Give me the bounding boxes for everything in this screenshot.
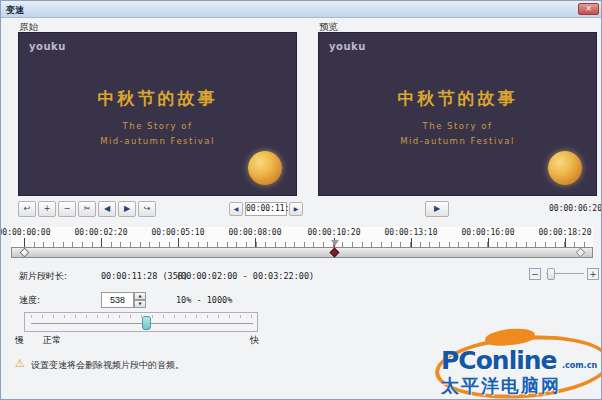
major-tick — [24, 238, 25, 247]
spin-up-icon[interactable]: ▲ — [134, 292, 146, 300]
timeline-ruler[interactable]: 00:00:00:00 00:00:02:20 00:00:05:10 00:0… — [11, 227, 593, 247]
speed-stepper[interactable]: ▲ ▼ — [134, 292, 146, 308]
major-tick — [101, 238, 102, 247]
forward-to-end-button[interactable]: ↪ — [138, 201, 156, 217]
warning-text: 设置变速将会删除视频片段中的音频。 — [31, 359, 184, 372]
video-subtitle-1: The Story of — [319, 121, 596, 131]
speed-dialog: 变速 × 原始 预览 youku 中秋节的故事 The Story of Mid… — [0, 0, 602, 400]
major-tick — [178, 238, 179, 247]
zoom-in-button[interactable]: + — [587, 268, 599, 280]
speed-slider-thumb[interactable] — [142, 316, 151, 330]
split-clip-button[interactable]: ✂ — [78, 201, 96, 217]
pconline-watermark: PConline .com.cn 太平洋电脑网 — [439, 334, 602, 400]
zoom-out-button[interactable]: − — [529, 268, 541, 280]
zoom-slider-thumb[interactable] — [547, 268, 555, 280]
step-back-button[interactable]: ◀ — [98, 201, 116, 217]
prev-frame-button[interactable]: ◀ — [229, 202, 243, 216]
duration-range: (00:00:02:00 - 00:03:22:00) — [176, 271, 314, 281]
video-title: 中秋节的故事 — [319, 87, 596, 110]
ruler-label: 00:00:05:10 — [150, 228, 206, 237]
normal-label: 正常 — [43, 334, 61, 347]
preview-video-pane[interactable]: youku 中秋节的故事 The Story of Mid-autumn Fes… — [318, 32, 597, 196]
slow-label: 慢 — [15, 334, 24, 347]
mark-out-button[interactable]: − — [58, 201, 76, 217]
next-frame-button[interactable]: ▶ — [289, 202, 303, 216]
ruler-label: 00:00:18:20 — [537, 228, 593, 237]
ruler-label: 00:00:00:00 — [0, 228, 52, 237]
ruler-label: 00:00:16:00 — [460, 228, 516, 237]
major-tick — [488, 238, 489, 247]
video-title: 中秋节的故事 — [19, 87, 296, 110]
video-subtitle-2: Mid-autumn Festival — [319, 136, 596, 146]
playhead-notch — [331, 240, 339, 246]
ruler-label: 00:00:10:20 — [306, 228, 362, 237]
speed-range: 10% - 1000% — [176, 295, 232, 305]
fast-label: 快 — [250, 334, 259, 347]
ruler-label: 00:00:08:00 — [227, 228, 283, 237]
original-timecode: 00:00:11:09 — [245, 202, 287, 216]
ruler-label: 00:00:02:20 — [73, 228, 129, 237]
ruler-label: 00:00:13:10 — [383, 228, 439, 237]
step-forward-button[interactable]: ▶ — [118, 201, 136, 217]
spin-down-icon[interactable]: ▼ — [134, 300, 146, 308]
video-subtitle-1: The Story of — [19, 121, 296, 131]
speed-label: 速度: — [19, 294, 40, 307]
preview-timecode: 00:00:06:20 — [549, 204, 602, 213]
warning-icon: ⚠ — [15, 357, 25, 370]
dialog-title: 变速 — [6, 4, 24, 17]
duration-value: 00:00:11:28 (358) — [101, 271, 188, 281]
watermark-domain: .com.cn — [562, 361, 597, 370]
rewind-to-start-button[interactable]: ↩ — [18, 201, 36, 217]
video-subtitle-2: Mid-autumn Festival — [19, 136, 296, 146]
duration-label: 新片段时长: — [19, 270, 67, 283]
play-button[interactable]: ▶ — [425, 201, 449, 217]
moon-image — [248, 151, 282, 185]
original-video-pane[interactable]: youku 中秋节的故事 The Story of Mid-autumn Fes… — [18, 32, 297, 196]
watermark-site: 太平洋电脑网 — [441, 374, 561, 398]
close-icon[interactable]: × — [578, 3, 599, 15]
youku-logo: youku — [29, 41, 66, 52]
mark-in-button[interactable]: + — [38, 201, 56, 217]
major-tick — [411, 238, 412, 247]
major-tick — [255, 238, 256, 247]
watermark-brand: PConline — [441, 346, 557, 375]
speed-slider[interactable] — [24, 312, 258, 332]
title-bar[interactable]: 变速 × — [1, 1, 602, 18]
trim-track[interactable] — [11, 247, 593, 258]
moon-image — [548, 151, 582, 185]
speed-input[interactable] — [101, 292, 134, 308]
major-tick — [565, 238, 566, 247]
youku-logo: youku — [329, 41, 366, 52]
